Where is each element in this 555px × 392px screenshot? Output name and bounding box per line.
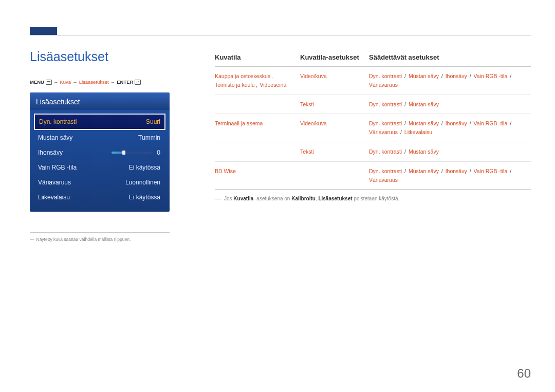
- breadcrumb-step2: Lisäasetukset: [79, 79, 109, 85]
- osd-value: Ei käytössä: [129, 194, 160, 201]
- page-number: 60: [517, 366, 531, 381]
- table-row: Terminaali ja asemaVideo/kuvaDyn. kontra…: [215, 114, 531, 142]
- osd-label: Dyn. kontrasti: [39, 118, 77, 125]
- cell-saadettavat: Dyn. kontrasti / Mustan sävy / Ihonsävy …: [369, 67, 531, 95]
- cell-saadettavat: Dyn. kontrasti / Mustan sävy: [369, 95, 531, 114]
- cell-kuvatila-asetukset: Video/kuva: [300, 114, 369, 142]
- breadcrumb-enter: ENTER: [117, 79, 133, 85]
- cell-kuvatila: Terminaali ja asema: [215, 114, 300, 142]
- footnote-text: Näytetty kuva saattaa vaihdella mallista…: [36, 237, 131, 243]
- osd-value: Suuri: [146, 118, 160, 125]
- settings-table: Kuvatila Kuvatila-asetukset Säädettävät …: [215, 49, 531, 190]
- breadcrumb-menu: MENU: [30, 79, 44, 85]
- cell-kuvatila: Kauppa ja ostoskeskus, Toimisto ja koulu…: [215, 67, 300, 95]
- osd-label: Vain RGB -tila: [38, 164, 77, 171]
- th-kuvatila: Kuvatila: [215, 49, 300, 67]
- slider[interactable]: [112, 152, 153, 154]
- cell-saadettavat: Dyn. kontrasti / Mustan sävy / Ihonsävy …: [369, 161, 531, 190]
- osd-row-mustan-savy[interactable]: Mustan sävy Tummin: [34, 130, 165, 145]
- left-footnote: ― Näytetty kuva saattaa vaihdella mallis…: [30, 237, 169, 243]
- breadcrumb: MENU → Kuva → Lisäasetukset → ENTER: [30, 79, 169, 85]
- osd-label: Väriavaruus: [38, 179, 71, 186]
- osd-row-liikevalaisu[interactable]: Liikevalaisu Ei käytössä: [34, 190, 165, 204]
- osd-value: Luonnollinen: [125, 179, 160, 186]
- page-accent: [30, 27, 57, 35]
- th-kuvatila-asetukset: Kuvatila-asetukset: [300, 49, 369, 67]
- table-row: BD WiseDyn. kontrasti / Mustan sävy / Ih…: [215, 161, 531, 190]
- osd-header: Lisäasetukset: [30, 92, 170, 110]
- note-dash: ―: [215, 196, 221, 202]
- enter-icon: [135, 80, 141, 85]
- osd-value: Tummin: [138, 134, 160, 141]
- table-row: Kauppa ja ostoskeskus, Toimisto ja koulu…: [215, 67, 531, 95]
- cell-kuvatila-asetukset: Teksti: [300, 95, 369, 114]
- page-title: Lisäasetukset: [30, 49, 169, 64]
- osd-row-ihonsavy[interactable]: Ihonsävy 0: [34, 145, 165, 160]
- osd-value: 0: [157, 149, 160, 156]
- cell-kuvatila: [215, 95, 300, 114]
- cell-saadettavat: Dyn. kontrasti / Mustan sävy: [369, 142, 531, 161]
- cell-kuvatila: [215, 142, 300, 161]
- osd-row-dyn-kontrasti[interactable]: Dyn. kontrasti Suuri: [34, 114, 165, 130]
- footnote-dash: ―: [30, 237, 34, 243]
- osd-row-variavaruus[interactable]: Väriavaruus Luonnollinen: [34, 175, 165, 190]
- cell-saadettavat: Dyn. kontrasti / Mustan sävy / Ihonsävy …: [369, 114, 531, 142]
- osd-label: Liikevalaisu: [38, 194, 70, 201]
- cell-kuvatila-asetukset: [300, 161, 369, 190]
- menu-icon: [46, 80, 52, 85]
- osd-row-vain-rgb[interactable]: Vain RGB -tila Ei käytössä: [34, 160, 165, 175]
- osd-value: Ei käytössä: [129, 164, 160, 171]
- page-top-rule: [30, 35, 531, 35]
- cell-kuvatila-asetukset: Teksti: [300, 142, 369, 161]
- osd-value-wrap: 0: [112, 149, 160, 156]
- osd-panel: Lisäasetukset Dyn. kontrasti Suuri Musta…: [30, 92, 170, 212]
- table-row: TekstiDyn. kontrasti / Mustan sävy: [215, 142, 531, 161]
- left-divider: [30, 232, 170, 233]
- table-row: TekstiDyn. kontrasti / Mustan sävy: [215, 95, 531, 114]
- th-saadettavat: Säädettävät asetukset: [369, 49, 531, 67]
- breadcrumb-arrow: →: [110, 79, 116, 85]
- osd-label: Ihonsävy: [38, 149, 63, 156]
- breadcrumb-arrow: →: [53, 79, 59, 85]
- breadcrumb-step1: Kuva: [60, 79, 71, 85]
- note-text: Jos Kuvatila -asetuksena on Kalibroitu, …: [224, 196, 399, 202]
- breadcrumb-arrow: →: [72, 79, 78, 85]
- osd-body: Dyn. kontrasti Suuri Mustan sävy Tummin …: [30, 110, 170, 212]
- osd-label: Mustan sävy: [38, 134, 72, 141]
- table-note: ― Jos Kuvatila -asetuksena on Kalibroitu…: [215, 196, 531, 202]
- cell-kuvatila: BD Wise: [215, 161, 300, 190]
- cell-kuvatila-asetukset: Video/kuva: [300, 67, 369, 95]
